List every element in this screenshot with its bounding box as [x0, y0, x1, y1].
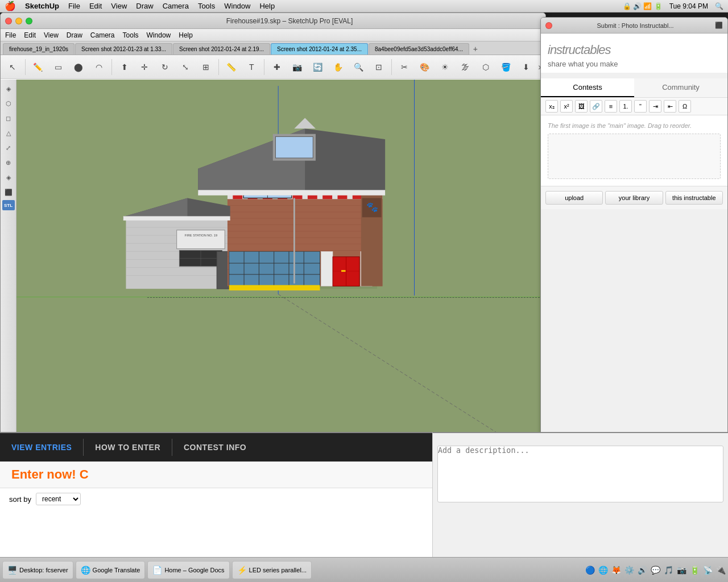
taskbar-item-led[interactable]: ⚡ LED series parallel... — [232, 561, 312, 579]
pencil-tool-button[interactable]: ✏️ — [28, 57, 48, 77]
axes-button[interactable]: ✚ — [267, 57, 287, 77]
view-entries-link[interactable]: VIEW ENTRIES — [0, 433, 83, 462]
quote-button[interactable]: " — [634, 100, 647, 113]
image-button[interactable]: 🖼 — [575, 100, 588, 113]
pan-button[interactable]: ✋ — [328, 57, 348, 77]
su-camera-menu[interactable]: Camera — [90, 31, 115, 39]
su-draw-menu[interactable]: Draw — [67, 31, 82, 39]
sidebar-btn-5[interactable]: ⤢ — [2, 141, 15, 155]
image-drop-zone[interactable] — [548, 134, 721, 179]
close-button[interactable] — [5, 18, 12, 24]
sort-select[interactable]: recent popular featured — [36, 493, 81, 505]
indent-button[interactable]: ⇥ — [649, 100, 661, 113]
circle-tool-button[interactable]: ⬤ — [69, 57, 88, 77]
su-file-menu[interactable]: File — [5, 31, 16, 39]
toolbar-separator-5 — [391, 59, 392, 75]
outdent-button[interactable]: ⇤ — [664, 100, 676, 113]
section-button[interactable]: ✂ — [395, 57, 414, 77]
add-tab-button[interactable]: + — [470, 43, 481, 55]
minimize-button[interactable] — [15, 18, 22, 24]
unordered-list-button[interactable]: ≡ — [605, 100, 617, 113]
description-textarea[interactable] — [437, 446, 723, 502]
move-tool-button[interactable]: ✛ — [135, 57, 155, 77]
sidebar-btn-2[interactable]: ⬡ — [2, 97, 15, 110]
sidebar-btn-4[interactable]: △ — [2, 126, 15, 140]
your-library-button[interactable]: your library — [605, 191, 663, 205]
draw-menu[interactable]: Draw — [136, 2, 153, 10]
contest-info-link[interactable]: CONTEST INFO — [172, 433, 258, 462]
how-to-enter-link[interactable]: HOW TO ENTER — [84, 433, 172, 462]
view-menu[interactable]: View — [111, 2, 127, 10]
upload-area: The first image is the "main" image. Dra… — [541, 115, 727, 186]
fog-button[interactable]: 🌫 — [456, 57, 475, 77]
tab-firehouse[interactable]: firehouse_19_in_1920s — [3, 43, 75, 55]
superscript-button[interactable]: x² — [560, 100, 573, 113]
tray-icon-5: 🔊 — [638, 566, 647, 575]
style-button[interactable]: 🎨 — [415, 57, 435, 77]
download-button[interactable]: ⬇ — [516, 57, 536, 77]
camera-button[interactable]: 📷 — [288, 57, 307, 77]
sidebar-btn-1[interactable]: ◈ — [2, 82, 15, 95]
subscript-button[interactable]: x₂ — [545, 100, 558, 113]
taskbar-item-translate[interactable]: 🌐 Google Translate — [76, 561, 146, 579]
offset-tool-button[interactable]: ⊞ — [196, 57, 216, 77]
pushpull-tool-button[interactable]: ⬆ — [115, 57, 134, 77]
tools-menu[interactable]: Tools — [198, 2, 215, 10]
zoom-extents-button[interactable]: ⊡ — [369, 57, 388, 77]
tab-screenshot1[interactable]: Screen shot 2012-01-23 at 1.33... — [75, 43, 172, 55]
this-instructable-button[interactable]: this instructable — [665, 191, 723, 205]
orbit-button[interactable]: 🔄 — [308, 57, 328, 77]
search-icon[interactable]: 🔍 — [715, 2, 723, 10]
building-svg: FIRE STATION NO. 19 — [32, 80, 545, 439]
sidebar-btn-3[interactable]: ◻ — [2, 111, 15, 125]
material-button[interactable]: 🪣 — [497, 57, 516, 77]
su-edit-menu[interactable]: Edit — [24, 31, 36, 39]
su-view-menu[interactable]: View — [44, 31, 59, 39]
svg-rect-67 — [198, 190, 385, 195]
special-char-button[interactable]: Ω — [679, 100, 691, 113]
sidebar-btn-7[interactable]: ◈ — [2, 171, 15, 184]
sidebar-btn-8[interactable]: ⬛ — [2, 185, 15, 199]
rectangle-tool-button[interactable]: ▭ — [49, 57, 68, 77]
instr-window-expand[interactable]: ⬛ — [715, 22, 723, 29]
upload-button[interactable]: upload — [545, 191, 603, 205]
select-tool-button[interactable]: ↖ — [3, 57, 22, 77]
tab-community[interactable]: Community — [634, 78, 727, 97]
ordered-list-button[interactable]: 1. — [619, 100, 632, 113]
rotate-tool-button[interactable]: ↻ — [155, 57, 175, 77]
su-tools-menu[interactable]: Tools — [123, 31, 139, 39]
scale-tool-button[interactable]: ⤡ — [176, 57, 195, 77]
link-button[interactable]: 🔗 — [590, 100, 602, 113]
sketchup-tab-bar: firehouse_19_in_1920s Screen shot 2012-0… — [1, 41, 545, 55]
component-button[interactable]: ⬡ — [476, 57, 495, 77]
sketchup-menu[interactable]: SketchUp — [25, 2, 59, 10]
apple-menu[interactable]: 🍎 — [5, 1, 16, 11]
instr-close-button[interactable] — [545, 22, 552, 29]
sidebar-btn-6[interactable]: ⊕ — [2, 156, 15, 169]
maximize-button[interactable] — [26, 18, 32, 24]
text-tool-button[interactable]: T — [242, 57, 261, 77]
window-title: Firehouse#19.skp – SketchUp Pro [EVAL] — [38, 17, 541, 25]
file-menu[interactable]: File — [68, 2, 80, 10]
su-window-menu[interactable]: Window — [147, 31, 171, 39]
shadows-button[interactable]: ☀ — [435, 57, 454, 77]
help-menu[interactable]: Help — [259, 2, 275, 10]
enter-now-text[interactable]: Enter now! C — [11, 467, 89, 481]
zoom-button[interactable]: 🔍 — [349, 57, 368, 77]
window-menu[interactable]: Window — [224, 2, 250, 10]
tab-contests[interactable]: Contests — [541, 78, 634, 97]
taskbar-item-docs[interactable]: 📄 Home – Google Docs — [147, 561, 229, 579]
stl-button[interactable]: STL — [2, 200, 15, 210]
tape-tool-button[interactable]: 📏 — [222, 57, 241, 77]
arc-tool-button[interactable]: ◠ — [89, 57, 109, 77]
camera-menu[interactable]: Camera — [163, 2, 189, 10]
tab-screenshot2[interactable]: Screen shot 2012-01-24 at 2.19... — [173, 43, 270, 55]
su-help-menu[interactable]: Help — [179, 31, 193, 39]
tray-icon-11: 🔌 — [716, 566, 726, 575]
tab-screenshot3[interactable]: Screen shot 2012-01-24 at 2.35... — [271, 43, 368, 55]
tab-hash[interactable]: 8a4bee09efd5ae3d53addc0eff64... — [369, 43, 469, 55]
sketchup-canvas[interactable]: FIRE STATION NO. 19 — [16, 80, 545, 439]
edit-menu[interactable]: Edit — [89, 2, 102, 10]
instr-tabs: Contests Community — [541, 78, 727, 98]
taskbar-item-desktop[interactable]: 🖥️ Desktop: fcserver — [2, 561, 73, 579]
